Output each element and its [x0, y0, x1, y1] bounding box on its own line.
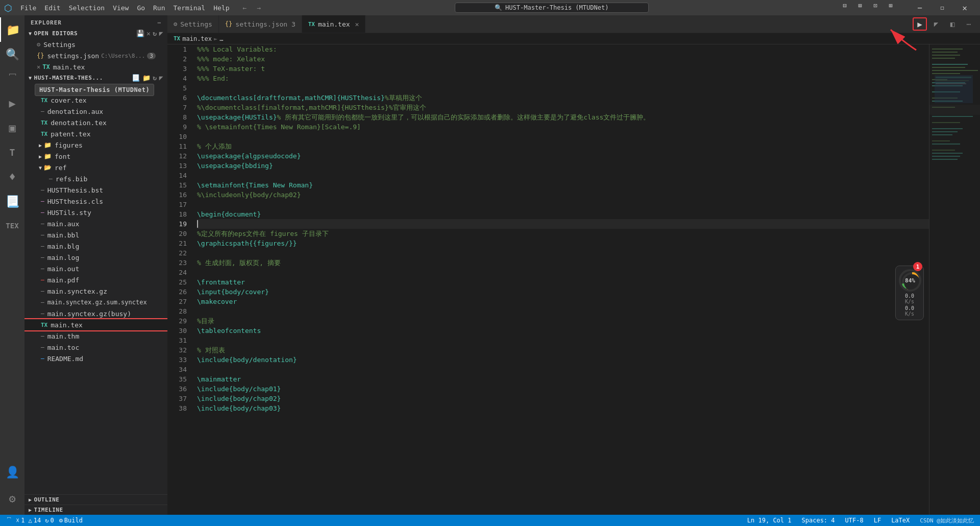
- search-box[interactable]: 🔍 HUST-Master-Thesis (MTUDNet): [266, 3, 837, 13]
- list-item[interactable]: ─ main.log: [24, 252, 167, 263]
- activity-item-notebook[interactable]: 📃: [0, 189, 24, 213]
- new-folder-icon[interactable]: 📁: [142, 74, 151, 82]
- menu-edit[interactable]: Edit: [40, 3, 64, 13]
- menu-go[interactable]: Go: [133, 3, 149, 13]
- tab-settings[interactable]: ⚙ Settings: [167, 15, 219, 33]
- menu-help[interactable]: Help: [209, 3, 233, 13]
- nav-forward-btn[interactable]: →: [252, 2, 266, 13]
- status-spaces[interactable]: Spaces: 4: [800, 517, 837, 524]
- svg-rect-7: [932, 70, 978, 71]
- activity-item-run[interactable]: ▶: [0, 91, 24, 115]
- activity-item-accounts[interactable]: 👤: [0, 460, 24, 484]
- split-right-btn[interactable]: ◧: [945, 18, 960, 30]
- activity-item-settings[interactable]: ⚙: [0, 486, 24, 511]
- open-editor-settings[interactable]: ⚙ Settings: [24, 39, 167, 50]
- status-git-icon[interactable]: ⎴: [4, 517, 14, 524]
- list-item[interactable]: ─ main.out: [24, 263, 167, 274]
- status-build[interactable]: ⚙ Build: [56, 517, 86, 524]
- list-item[interactable]: ─ main.synctex.gz(busy): [24, 308, 167, 319]
- list-item[interactable]: TX denotation.tex: [24, 117, 167, 128]
- close-btn[interactable]: ✕: [953, 0, 976, 15]
- menu-terminal[interactable]: Terminal: [169, 3, 210, 13]
- menu-run[interactable]: Run: [149, 3, 169, 13]
- build-run-button[interactable]: ▶: [913, 17, 927, 31]
- split-editor-btn[interactable]: ◤: [929, 18, 943, 30]
- list-item[interactable]: ─ README.md: [24, 353, 167, 364]
- list-item[interactable]: ─ main.synctex.gz: [24, 285, 167, 297]
- layout-btn-3[interactable]: ⊡: [868, 0, 883, 11]
- tex-icon: TX: [41, 131, 47, 137]
- list-item[interactable]: ─ main.aux: [24, 218, 167, 229]
- list-item[interactable]: ▶ 📁 font: [24, 151, 167, 162]
- list-item[interactable]: ─ HUSTThesis.bst: [24, 184, 167, 196]
- close-file-icon[interactable]: ✕: [37, 63, 40, 70]
- status-errors[interactable]: ☓ 1 △ 14: [14, 517, 43, 524]
- status-encoding[interactable]: UTF-8: [843, 517, 866, 524]
- activity-item-source-control[interactable]: ⎴: [0, 66, 24, 91]
- outline-header[interactable]: ▶ OUTLINE: [24, 495, 167, 505]
- breadcrumb-rest[interactable]: …: [219, 35, 223, 42]
- list-item[interactable]: ▶ 📁 figures: [24, 139, 167, 151]
- open-editor-settings-json[interactable]: {} settings.json C:\Users\8... 3: [24, 50, 167, 61]
- open-editors-header[interactable]: ▼ OPEN EDITORS 💾 ✕ ↻ ◤: [24, 28, 167, 39]
- list-item[interactable]: ─ main.bbl: [24, 229, 167, 241]
- project-header[interactable]: ▼ HUST-MASTER-THES... HUST-Master-Thesis…: [24, 73, 167, 83]
- stat-1-value: 0.0: [905, 293, 914, 299]
- refresh-icon[interactable]: ↻: [153, 30, 157, 37]
- activity-item-explorer[interactable]: 📁: [0, 17, 24, 42]
- settings-file-icon: ⚙: [37, 41, 40, 48]
- list-item[interactable]: ─ HUSTils.sty: [24, 207, 167, 218]
- refresh-project-icon[interactable]: ↻: [153, 74, 157, 82]
- sidebar-menu-icon[interactable]: ⋯: [157, 19, 161, 26]
- list-item[interactable]: ─ main.toc: [24, 342, 167, 353]
- split-icon[interactable]: ◤: [159, 30, 163, 37]
- list-item[interactable]: ─ denotation.aux: [24, 106, 167, 117]
- status-eol[interactable]: LF: [872, 517, 883, 524]
- tab-main-tex[interactable]: TX main.tex ✕: [302, 15, 366, 33]
- more-actions-btn[interactable]: ⋯: [962, 18, 976, 30]
- collapse-all-icon[interactable]: ◤: [159, 74, 163, 82]
- code-editor[interactable]: %%% Local Variables: %%% mode: Xelatex %…: [193, 44, 929, 515]
- activity-item-docker[interactable]: ♦: [0, 164, 24, 189]
- list-item[interactable]: ─ main.thm: [24, 330, 167, 342]
- nav-back-btn[interactable]: ←: [237, 2, 252, 13]
- breadcrumb-file[interactable]: main.tex: [182, 35, 212, 42]
- activity-item-extensions[interactable]: ▣: [0, 115, 24, 140]
- close-all-icon[interactable]: ✕: [146, 30, 151, 37]
- tab-close-icon[interactable]: ✕: [355, 20, 359, 28]
- new-file-icon[interactable]: 📃: [132, 74, 140, 82]
- save-all-icon[interactable]: 💾: [136, 30, 145, 37]
- code-line: [197, 306, 929, 316]
- layout-btn-2[interactable]: ⊞: [852, 0, 868, 11]
- menu-file[interactable]: File: [16, 3, 40, 13]
- menu-view[interactable]: View: [109, 3, 133, 13]
- line-number: 7: [167, 103, 193, 112]
- minimize-btn[interactable]: −: [909, 0, 931, 15]
- svg-rect-18: [932, 122, 960, 123]
- code-line: %\documentclass[finalformat,mathCMR]{HUS…: [197, 103, 929, 112]
- list-item[interactable]: ─ main.blg: [24, 241, 167, 252]
- list-item[interactable]: ─ refs.bib: [24, 173, 167, 184]
- status-language[interactable]: LaTeX: [889, 517, 912, 524]
- status-sync[interactable]: ↻ 0: [43, 517, 56, 524]
- layout-btn-4[interactable]: ⊞: [883, 0, 898, 11]
- list-item[interactable]: ─ main.pdf: [24, 274, 167, 285]
- maximize-btn[interactable]: ◻: [931, 0, 953, 15]
- outline-section: ▶ OUTLINE: [24, 494, 167, 505]
- list-item[interactable]: ▼ 📂 ref: [24, 162, 167, 173]
- svg-rect-22: [932, 140, 950, 141]
- activity-item-tex[interactable]: TEX: [0, 213, 24, 238]
- activity-item-latex[interactable]: T: [0, 140, 24, 164]
- menu-selection[interactable]: Selection: [65, 3, 109, 13]
- list-item[interactable]: ─ main.synctex.gz.sum.synctex: [24, 297, 167, 308]
- list-item[interactable]: TX main.tex: [24, 319, 167, 330]
- timeline-header[interactable]: ▶ TIMELINE: [24, 505, 167, 515]
- activity-item-search[interactable]: 🔍: [0, 42, 24, 66]
- list-item[interactable]: ─ HUSTthesis.cls: [24, 196, 167, 207]
- layout-btn-1[interactable]: ⊟: [837, 0, 852, 11]
- status-position[interactable]: Ln 19, Col 1: [745, 517, 794, 524]
- list-item[interactable]: TX patent.tex: [24, 128, 167, 139]
- tab-settings-json[interactable]: {} settings.json 3: [219, 15, 302, 33]
- open-editor-main-tex[interactable]: ✕ TX main.tex: [24, 61, 167, 73]
- list-item[interactable]: TX cover.tex: [24, 94, 167, 106]
